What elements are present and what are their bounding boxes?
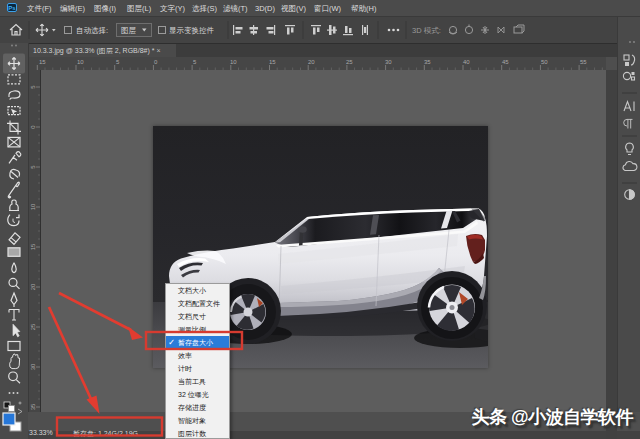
svg-text:50: 50 [541, 59, 548, 65]
svg-text:25: 25 [346, 59, 353, 65]
svg-text:图层: 图层 [121, 26, 137, 35]
svg-text:30: 30 [385, 59, 392, 65]
svg-text:20: 20 [308, 59, 315, 65]
svg-text:3D 模式:: 3D 模式: [412, 26, 441, 35]
svg-text:10: 10 [77, 59, 84, 65]
svg-text:5: 5 [30, 165, 36, 169]
svg-text:10: 10 [230, 59, 237, 65]
svg-text:30: 30 [30, 363, 36, 370]
svg-text:45: 45 [502, 59, 509, 65]
svg-text:35: 35 [424, 59, 431, 65]
svg-text:0: 0 [154, 59, 158, 65]
svg-text:15: 15 [39, 59, 46, 65]
svg-text:5: 5 [193, 59, 197, 65]
svg-text:15: 15 [269, 59, 276, 65]
svg-text:55: 55 [580, 59, 587, 65]
svg-text:15: 15 [30, 243, 36, 250]
svg-text:40: 40 [463, 59, 470, 65]
svg-text:显示变换控件: 显示变换控件 [169, 26, 215, 35]
svg-text:自动选择:: 自动选择: [76, 26, 108, 35]
svg-text:25: 25 [30, 323, 36, 330]
svg-text:5: 5 [116, 59, 120, 65]
svg-text:10: 10 [30, 203, 36, 210]
svg-text:5: 5 [30, 85, 36, 89]
svg-text:0: 0 [30, 125, 36, 129]
svg-text:20: 20 [30, 283, 36, 290]
